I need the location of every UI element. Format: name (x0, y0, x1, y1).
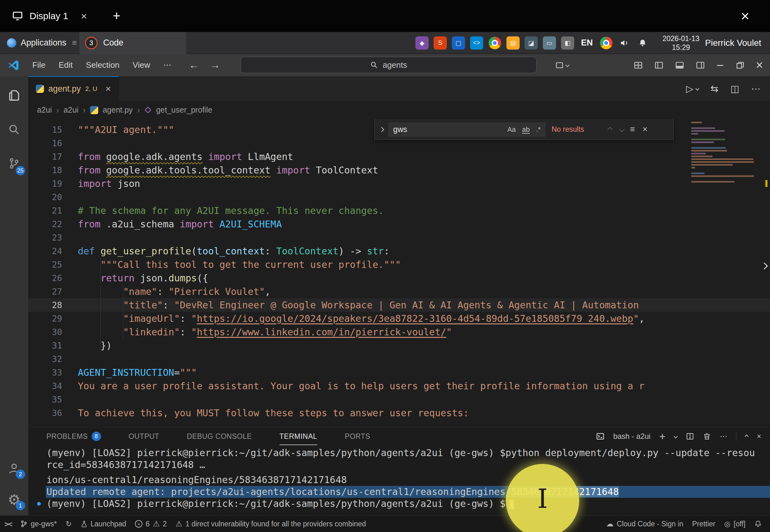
close-panel-icon[interactable]: × (757, 432, 761, 441)
line-number[interactable]: 28 (28, 300, 62, 310)
find-close-icon[interactable]: × (643, 125, 648, 134)
edge-chevron-icon[interactable] (762, 263, 767, 270)
line-number[interactable]: 29 (28, 314, 62, 323)
line-number[interactable]: 32 (28, 354, 62, 364)
display-app-icon[interactable]: ▭ (543, 36, 556, 50)
media-app-icon[interactable]: ◆ (415, 36, 429, 50)
command-center-search[interactable]: agents (241, 57, 537, 73)
window-app-icon[interactable]: ▢ (452, 36, 465, 50)
window-button-code[interactable]: 3 Code (79, 32, 186, 54)
cloud-code-item[interactable]: ☁ Cloud Code - Sign in (602, 516, 688, 532)
line-number[interactable]: 23 (28, 233, 62, 242)
editor-line[interactable]: 24def get_user_profile(tool_context: Too… (28, 244, 770, 258)
menu-view[interactable]: View (126, 60, 157, 70)
new-terminal-button[interactable]: + (659, 430, 666, 443)
explorer-icon[interactable] (0, 79, 28, 113)
problems-item[interactable]: × 6 ⚠ 2 (131, 516, 171, 532)
source-control-icon[interactable]: 25 (0, 146, 28, 180)
panel-more-icon[interactable]: ⋯ (720, 432, 727, 441)
find-next-icon[interactable] (619, 127, 625, 132)
breadcrumb-item[interactable]: agent.py (103, 105, 133, 114)
chrome-app-icon[interactable] (488, 36, 501, 50)
editor-line[interactable]: 26 return json.dumps({ (28, 271, 770, 285)
applications-menu[interactable]: Applications (4, 32, 70, 54)
line-number[interactable]: 26 (28, 273, 62, 283)
tab-agent-py[interactable]: agent.py 2, U × (28, 76, 119, 101)
breadcrumb-item[interactable]: get_user_profile (156, 105, 212, 114)
toggle-secondary-sidebar-icon[interactable] (696, 61, 705, 70)
line-number[interactable]: 22 (28, 219, 62, 229)
menu-overflow[interactable]: ⋯ (157, 60, 178, 70)
editor-line[interactable]: 19import json (28, 177, 770, 190)
editor-line[interactable]: 29 "imageUrl": "https://io.google/2024/s… (28, 312, 770, 325)
vscode-app-icon[interactable]: <> (470, 36, 483, 50)
line-number[interactable]: 27 (28, 287, 62, 296)
regex-button[interactable]: .* (536, 125, 541, 134)
panel-tab-ports[interactable]: PORTS (345, 428, 370, 445)
utility-app-icon[interactable]: ◧ (561, 36, 574, 50)
volume-icon[interactable] (618, 36, 631, 50)
find-in-selection-icon[interactable]: ≡ (630, 125, 635, 134)
editor-line[interactable]: 28 "title": "DevRel Engineer @ Google Wo… (28, 298, 770, 312)
editor-line[interactable]: 22from .a2ui_schema import A2UI_SCHEMA (28, 217, 770, 231)
editor-line[interactable]: 21# The schema for any A2UI message. Thi… (28, 204, 770, 217)
file-manager-app-icon[interactable]: ▤ (506, 36, 520, 50)
tab-close-icon[interactable]: × (105, 83, 111, 94)
restore-button[interactable] (735, 61, 745, 70)
image-viewer-app-icon[interactable]: ◪ (525, 36, 538, 50)
line-number[interactable]: 35 (28, 395, 62, 404)
find-toggle-replace-button[interactable] (375, 128, 388, 131)
line-number[interactable]: 24 (28, 246, 62, 256)
more-actions-icon[interactable]: ⋯ (751, 83, 761, 94)
remote-indicator[interactable]: >< (0, 516, 16, 532)
terminal-session-label[interactable]: bash - a2ui (613, 432, 650, 441)
editor-line[interactable]: 32 (28, 352, 770, 366)
editor[interactable]: 15"""A2UI agent."""1617from google.adk.a… (28, 119, 770, 427)
find-input[interactable]: gws Aa ab .* (388, 123, 545, 136)
panel-tab-debug-console[interactable]: DEBUG CONSOLE (187, 428, 252, 445)
display-tab-close-icon[interactable]: × (81, 10, 87, 22)
display-tab[interactable]: Display 1 × (0, 0, 95, 32)
new-display-tab-button[interactable]: + (113, 8, 120, 24)
match-case-button[interactable]: Aa (507, 125, 516, 134)
whole-word-button[interactable]: ab (522, 125, 530, 134)
line-number[interactable]: 17 (28, 152, 62, 162)
language-indicator[interactable]: EN (579, 36, 595, 50)
search-view-icon[interactable] (0, 113, 28, 146)
menu-edit[interactable]: Edit (52, 60, 79, 70)
clock[interactable]: 2026-01-13 15:29 (662, 34, 699, 52)
menu-selection[interactable]: Selection (79, 60, 126, 70)
line-number[interactable]: 15 (28, 125, 62, 135)
split-terminal-icon[interactable] (686, 432, 694, 440)
settings-gear-icon[interactable]: ⚙ 1 (0, 484, 28, 515)
breadcrumb-item[interactable]: a2ui (37, 105, 52, 114)
line-number[interactable]: 36 (28, 408, 62, 418)
panel-tab-terminal[interactable]: TERMINAL (280, 428, 317, 445)
line-number[interactable]: 31 (28, 341, 62, 350)
terminal[interactable]: (myenv) [LOAS2] pierrick@pierrick:~/git/… (28, 447, 770, 515)
line-number[interactable]: 16 (28, 138, 62, 148)
editor-line[interactable]: 17from google.adk.agents import LlmAgent (28, 150, 770, 163)
toggle-panel-icon[interactable] (675, 61, 684, 70)
line-number[interactable]: 21 (28, 206, 62, 215)
toggle-sidebar-icon[interactable] (654, 61, 664, 70)
run-python-file-button[interactable]: ▷ (686, 83, 698, 94)
off-indicator-item[interactable]: ◎ [off] (720, 516, 750, 532)
editor-line[interactable]: 20 (28, 190, 770, 204)
line-number[interactable]: 33 (28, 368, 62, 377)
editor-line[interactable]: 27 "name": "Pierrick Voulet", (28, 285, 770, 298)
open-changes-icon[interactable]: ⇆ (711, 83, 719, 94)
terminal-dropdown-icon[interactable] (674, 434, 678, 439)
editor-line[interactable]: 31 }) (28, 339, 770, 352)
maximize-panel-icon[interactable] (745, 434, 749, 439)
editor-app-icon[interactable]: S (434, 36, 447, 50)
back-button[interactable]: ← (189, 59, 199, 71)
line-number[interactable]: 20 (28, 192, 62, 202)
breadcrumb-item[interactable]: a2ui (64, 105, 78, 114)
browser-app-icon[interactable] (600, 36, 613, 50)
editor-line[interactable]: 34You are a user profile assistant. Your… (28, 379, 770, 393)
launchpad-item[interactable]: Launchpad (76, 516, 131, 532)
editor-line[interactable]: 36To achieve this, you MUST follow these… (28, 406, 770, 420)
editor-line[interactable]: 35 (28, 393, 770, 406)
vulnerability-item[interactable]: ⚠ 1 direct vulnerability found for all t… (171, 516, 370, 532)
